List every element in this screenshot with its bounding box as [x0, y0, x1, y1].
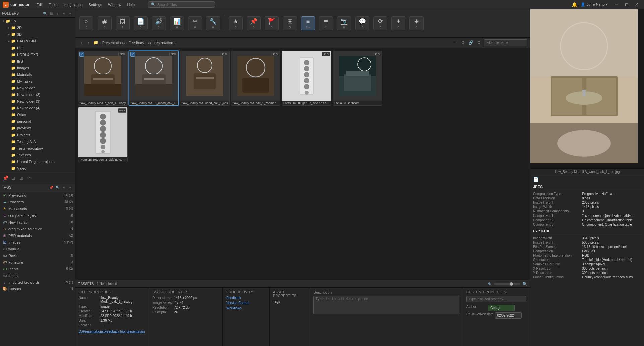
tag-item-dragmixed[interactable]: ⊕ drag mixed selection 4: [0, 226, 75, 232]
sidebar-list-icon[interactable]: ⊡: [11, 175, 16, 181]
folder-item-previews[interactable]: 📁 previews: [0, 125, 75, 132]
folder-item-cad[interactable]: ▶ 📁 CAD & BIM: [0, 38, 75, 45]
bc-settings-icon[interactable]: ⚙: [476, 39, 482, 46]
asset-thumb-5[interactable]: JPG Premium 501 gen...r_side no cover: [282, 51, 331, 106]
menu-help[interactable]: Help: [124, 2, 137, 7]
folder-item-video[interactable]: 📁 Video: [0, 165, 75, 172]
version-control-link[interactable]: Version Control: [226, 301, 266, 305]
folder-settings-icon[interactable]: ≡: [61, 11, 67, 16]
tag-item-images[interactable]: 🖼 Images 59 (52): [0, 239, 75, 246]
folder-item-newfolder4[interactable]: 📁 New folder (4): [0, 105, 75, 111]
folder-item-testsrepo[interactable]: 📁 Tests repository: [0, 145, 75, 152]
toolbar-tool-button[interactable]: 🔧 0: [206, 16, 220, 30]
tag-item-work3[interactable]: 🏷 work 3: [0, 246, 75, 252]
asset-thumb-6[interactable]: JPG Stella 03 Bedroom: [333, 51, 382, 106]
toolbar-add-button[interactable]: ⊕ 0: [409, 16, 424, 30]
minimize-button[interactable]: ─: [612, 1, 621, 8]
sidebar-grid-icon[interactable]: ⊞: [19, 175, 24, 181]
add-property-input[interactable]: [466, 296, 526, 302]
tag-item-colours[interactable]: 🎨 Colours 4: [0, 286, 75, 292]
toolbar-sphere-button[interactable]: ◉ 0: [98, 16, 112, 30]
notification-icon[interactable]: 🔔: [572, 2, 577, 7]
tag-item-totest[interactable]: 🏷 to test: [0, 272, 75, 279]
asset-thumb-7[interactable]: PNG Premium 501 gen...: [78, 107, 128, 162]
tag-search-icon[interactable]: 🔍: [55, 185, 60, 190]
menu-integrations[interactable]: Integrations: [61, 2, 85, 7]
search-input[interactable]: [157, 3, 208, 7]
folder-item-projects[interactable]: 📁 Projects: [0, 132, 75, 138]
file-path-link[interactable]: D:\Presentations\Feedback tool presentat…: [79, 330, 145, 333]
toolbar-refresh-button[interactable]: ⟳ 0: [373, 16, 387, 30]
toolbar-edit-button[interactable]: ✏ 0: [188, 16, 202, 30]
folder-sort-icon[interactable]: ↕: [55, 11, 60, 16]
sidebar-pin-icon[interactable]: 📌: [3, 175, 8, 181]
asset-thumb-4[interactable]: JPG flow_Beauty Mo..oak_1_zoomed: [231, 51, 280, 106]
toolbar-star-button[interactable]: ★ 0: [229, 16, 243, 30]
zoom-slider[interactable]: [494, 283, 520, 285]
folder-item-ies[interactable]: 📁 IES: [0, 58, 75, 65]
toolbar-fx-button[interactable]: ✦ 0: [391, 16, 405, 30]
toolbar-listalt-button[interactable]: ≣ 1: [319, 16, 333, 30]
tag-add-icon[interactable]: +: [68, 185, 73, 190]
thumb-checkbox[interactable]: ✓: [79, 52, 84, 57]
thumb-checkbox[interactable]: ✓: [130, 52, 135, 57]
tag-item-importedkw[interactable]: ↓ Imported keywords 29 (1): [0, 279, 75, 286]
folder-item-other[interactable]: 📁 Other: [0, 111, 75, 118]
folder-item-textures[interactable]: 📁 Textures: [0, 152, 75, 158]
folder-item-root[interactable]: ▼ 📁 F:\: [0, 18, 75, 24]
toolbar-flag-button[interactable]: 🚩 0: [265, 16, 279, 30]
sidebar-network-icon[interactable]: ⟳: [27, 175, 32, 181]
bc-link-icon[interactable]: 🔗: [468, 39, 474, 46]
folder-item-testingaa[interactable]: 📁 Testing A-A: [0, 138, 75, 145]
tag-item-providers[interactable]: ☁ Providers 48 (2): [0, 199, 75, 205]
menu-edit[interactable]: Edit: [34, 2, 45, 7]
folder-filter-icon[interactable]: ⊡: [49, 11, 54, 16]
menu-window[interactable]: Window: [105, 2, 124, 7]
toolbar-comment-button[interactable]: 💬 3: [355, 16, 369, 30]
description-textarea[interactable]: [313, 296, 459, 314]
workflows-link[interactable]: Workflows: [226, 306, 266, 310]
tag-item-newtag28[interactable]: 🏷 New Tag 28 28: [0, 219, 75, 226]
reviewed-input[interactable]: [495, 312, 522, 319]
filter-input[interactable]: [484, 39, 527, 46]
toolbar-image-button[interactable]: 🖼 7: [116, 16, 130, 30]
asset-thumb-1[interactable]: JPG ✓ flow_Beauty Mod..d_oak_1 - Copy: [78, 51, 128, 106]
folder-item-images[interactable]: 📁 Images: [0, 65, 75, 71]
folder-search-icon[interactable]: 🔍: [42, 11, 48, 16]
menu-tools[interactable]: Tools: [46, 2, 60, 7]
toolbar-pin-button[interactable]: 📌 0: [247, 16, 261, 30]
toolbar-doc-button[interactable]: 📄 0: [134, 16, 148, 30]
asset-thumb-2[interactable]: JPG ✓ flow_Beauty Mo..IA_wood_oak_1: [129, 51, 179, 106]
back-button[interactable]: ‹: [78, 39, 85, 46]
search-bar[interactable]: 🔍: [148, 1, 215, 8]
toolbar-chart-button[interactable]: 📊 0: [170, 16, 184, 30]
breadcrumb-arrow[interactable]: ›: [174, 41, 176, 45]
bc-refresh-icon[interactable]: ⟳: [460, 39, 466, 46]
toolbar-camera-button[interactable]: 📷 0: [337, 16, 351, 30]
folder-item-unreal[interactable]: 📁 Unreal Engine projects: [0, 158, 75, 165]
folder-item-newfolder[interactable]: 📁 New folder: [0, 85, 75, 91]
folder-item-dc[interactable]: 📁 DC: [0, 45, 75, 51]
tag-item-furniture[interactable]: 🏷 Furniture 3: [0, 259, 75, 266]
maximize-button[interactable]: ◻: [622, 1, 631, 8]
asset-thumb-3[interactable]: JPG flow_Beauty Mo..wood_oak_1_res: [180, 51, 230, 106]
author-input[interactable]: [488, 305, 515, 311]
breadcrumb-root[interactable]: 📁: [93, 40, 98, 45]
tag-item-revit[interactable]: 🏷 Revit 8: [0, 252, 75, 259]
close-button[interactable]: ✕: [632, 1, 641, 8]
folder-item-mytasks[interactable]: 📁 My Tasks: [0, 78, 75, 85]
menu-settings[interactable]: Settings: [86, 2, 105, 7]
tag-item-previewing[interactable]: 👁 Previewing 316 (3): [0, 192, 75, 199]
folder-item-materials[interactable]: 📁 Materials: [0, 71, 75, 78]
tag-item-maxassets[interactable]: ★ Max assets 9 (4): [0, 205, 75, 212]
folder-item-newfolder2[interactable]: 📁 New folder (2): [0, 91, 75, 98]
folder-item-personal[interactable]: 📁 personal: [0, 118, 75, 125]
tag-pin-icon[interactable]: 📌: [49, 185, 54, 190]
toolbar-3d-button[interactable]: ○ 0: [79, 16, 93, 30]
breadcrumb-current[interactable]: Feedback tool presentation: [129, 41, 173, 45]
bc-expand-icon[interactable]: ⋯: [452, 39, 458, 46]
tag-item-pbrmaterials[interactable]: ◉ PBR materials 62: [0, 232, 75, 239]
toolbar-audio-button[interactable]: 🔊 0: [152, 16, 166, 30]
folder-item-newfolder3[interactable]: 📁 New folder (3): [0, 98, 75, 105]
tag-item-compareimages[interactable]: ⊡ compare images 8: [0, 212, 75, 219]
